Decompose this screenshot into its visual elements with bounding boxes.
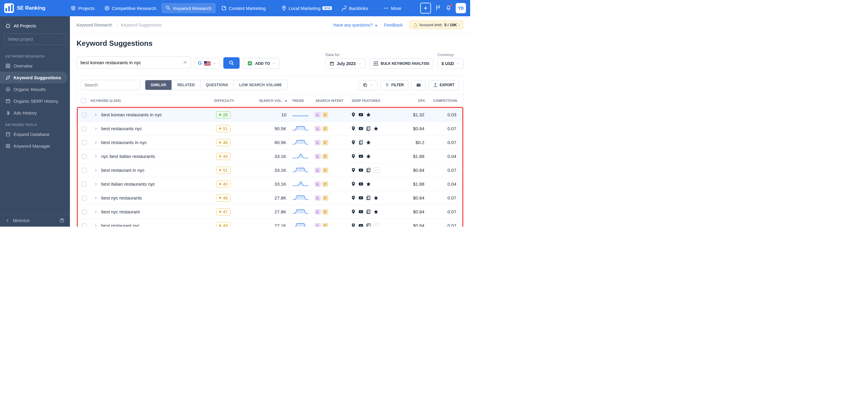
nav-projects[interactable]: Projects bbox=[66, 3, 98, 13]
th-volume[interactable]: SEARCH VOL. bbox=[259, 99, 282, 102]
feedback-link[interactable]: Feedback bbox=[384, 23, 402, 27]
notifications-icon[interactable] bbox=[445, 5, 452, 12]
flag-icon[interactable] bbox=[435, 5, 441, 11]
sidebar-manager[interactable]: Keyword Manager bbox=[0, 140, 70, 152]
keyword-text[interactable]: best restaurant nyc bbox=[101, 223, 140, 227]
svg-text:?: ? bbox=[368, 224, 370, 226]
th-intent[interactable]: SEARCH INTENT bbox=[315, 99, 352, 102]
trend-icon bbox=[291, 166, 310, 173]
user-avatar[interactable]: YD bbox=[456, 3, 466, 13]
table-search[interactable] bbox=[81, 80, 140, 90]
brand[interactable]: SE Ranking bbox=[4, 3, 45, 13]
export-button[interactable]: EXPORT bbox=[429, 80, 459, 90]
nav-more[interactable]: More bbox=[379, 3, 411, 13]
tab-low[interactable]: LOW SEARCH VOLUME bbox=[234, 80, 287, 90]
currency-selector[interactable]: $ USD bbox=[438, 59, 464, 69]
svg-rect-25 bbox=[364, 85, 367, 87]
search-button[interactable] bbox=[223, 57, 240, 69]
date-selector[interactable]: July 2023 bbox=[326, 59, 365, 69]
row-checkbox[interactable] bbox=[82, 168, 87, 173]
minimize-button[interactable]: Minimize bbox=[5, 218, 30, 223]
expand-icon[interactable] bbox=[93, 210, 98, 214]
difficulty-pill: 44 bbox=[216, 153, 231, 160]
help-icon[interactable] bbox=[59, 218, 64, 223]
th-keyword[interactable]: KEYWORD bbox=[91, 99, 109, 102]
row-checkbox[interactable] bbox=[82, 126, 87, 131]
clear-icon[interactable]: ✕ bbox=[183, 59, 187, 66]
row-checkbox[interactable] bbox=[82, 210, 87, 214]
control-row: ✕ G ADD TO Data for:July 2023 BULK KEYWO… bbox=[76, 53, 464, 69]
row-checkbox[interactable] bbox=[82, 182, 87, 187]
locale-selector[interactable]: G bbox=[195, 58, 220, 69]
sidebar-organic[interactable]: Organic Results bbox=[0, 84, 70, 95]
table-row: best restaurant in nyc 51 33.1K LC ?⋯ $0… bbox=[78, 163, 462, 177]
keyword-text[interactable]: nyc best italian restaurants bbox=[101, 154, 155, 159]
keyword-text[interactable]: best italian restaurants nyc bbox=[101, 182, 155, 187]
trend-icon bbox=[291, 153, 310, 159]
breadcrumb-1[interactable]: Keyword Research bbox=[76, 23, 112, 27]
nav-competitive[interactable]: Competitive Research bbox=[100, 3, 161, 13]
row-checkbox[interactable] bbox=[82, 154, 87, 159]
expand-icon[interactable] bbox=[93, 113, 98, 117]
account-limit[interactable]: Account limit: 5 / 10K i bbox=[409, 21, 464, 29]
keyword-text[interactable]: best korean restaurants in nyc bbox=[101, 112, 162, 117]
sidebar: All Projects Select project KEYWORD RESE… bbox=[0, 16, 70, 227]
th-cpc[interactable]: CPC bbox=[397, 99, 425, 102]
cpc-value: $1.88 bbox=[396, 182, 424, 187]
filter-label: FILTER bbox=[392, 83, 404, 87]
sidebar-overview[interactable]: Overview bbox=[0, 60, 70, 72]
th-trend[interactable]: TREND bbox=[292, 99, 315, 102]
th-difficulty[interactable]: DIFFICULTY bbox=[202, 99, 247, 102]
tab-related[interactable]: RELATED bbox=[172, 80, 200, 90]
svg-rect-2 bbox=[11, 4, 13, 11]
columns-button[interactable] bbox=[411, 80, 426, 90]
expand-icon[interactable] bbox=[93, 154, 98, 159]
row-checkbox[interactable] bbox=[82, 223, 87, 227]
keyword-text[interactable]: best restaurants nyc bbox=[101, 126, 142, 131]
nav-keyword[interactable]: Keyword Research bbox=[161, 3, 216, 13]
bulk-analysis-button[interactable]: BULK KEYWORD ANALYSIS bbox=[370, 59, 433, 69]
svg-point-8 bbox=[386, 8, 387, 9]
th-features[interactable]: SERP FEATURES bbox=[352, 99, 397, 102]
add-button[interactable] bbox=[420, 3, 431, 13]
nav-content[interactable]: Content Marketing bbox=[217, 3, 276, 13]
sidebar-suggestions[interactable]: Keyword Suggestions bbox=[0, 72, 67, 84]
search-field[interactable] bbox=[81, 60, 180, 65]
tab-questions[interactable]: QUESTIONS bbox=[200, 80, 234, 90]
table-search-field[interactable] bbox=[84, 83, 137, 87]
keyword-text[interactable]: best restaurant in nyc bbox=[101, 167, 144, 173]
expand-icon[interactable] bbox=[93, 224, 98, 227]
row-checkbox[interactable] bbox=[82, 196, 87, 200]
expand-icon[interactable] bbox=[93, 140, 98, 144]
add-to-button[interactable]: ADD TO bbox=[243, 58, 280, 69]
expand-icon[interactable] bbox=[93, 182, 98, 186]
table-row: best italian restaurants nyc 40 33.1K LC… bbox=[78, 177, 462, 191]
project-selector[interactable]: Select project bbox=[4, 33, 66, 45]
sidebar-expand[interactable]: Expand Database bbox=[0, 128, 70, 140]
row-checkbox[interactable] bbox=[82, 112, 87, 117]
select-all-checkbox[interactable] bbox=[81, 98, 86, 103]
filter-button[interactable]: FILTER bbox=[380, 80, 408, 90]
nav-local[interactable]: Local MarketingNEW bbox=[277, 3, 336, 13]
sidebar-serp[interactable]: Organic SERP History bbox=[0, 95, 70, 107]
result-tabs: SIMILAR RELATED QUESTIONS LOW SEARCH VOL… bbox=[145, 80, 287, 90]
sidebar-ads[interactable]: Ads History bbox=[0, 107, 70, 119]
keyword-text[interactable]: best nyc restaurant bbox=[101, 209, 140, 214]
keyword-text[interactable]: best restaurants in nyc bbox=[101, 140, 147, 145]
keyword-search-input[interactable]: ✕ bbox=[76, 56, 191, 69]
nav-backlinks[interactable]: Backlinks bbox=[337, 3, 378, 13]
svg-rect-1 bbox=[8, 6, 10, 11]
copy-button[interactable] bbox=[358, 80, 377, 90]
tab-similar[interactable]: SIMILAR bbox=[145, 80, 172, 90]
expand-icon[interactable] bbox=[93, 168, 98, 172]
svg-rect-18 bbox=[6, 144, 10, 148]
questions-link[interactable]: Have any questions? bbox=[333, 23, 378, 27]
th-competition[interactable]: COMPETITION bbox=[425, 99, 459, 102]
expand-icon[interactable] bbox=[93, 127, 98, 131]
keyword-text[interactable]: best nyc restaurants bbox=[101, 195, 142, 200]
sidebar-all-projects[interactable]: All Projects bbox=[4, 20, 66, 32]
datafor-label: Data for: bbox=[326, 53, 365, 57]
expand-icon[interactable] bbox=[93, 196, 98, 200]
row-checkbox[interactable] bbox=[82, 140, 87, 145]
volume-value: 33.1K bbox=[246, 167, 291, 173]
